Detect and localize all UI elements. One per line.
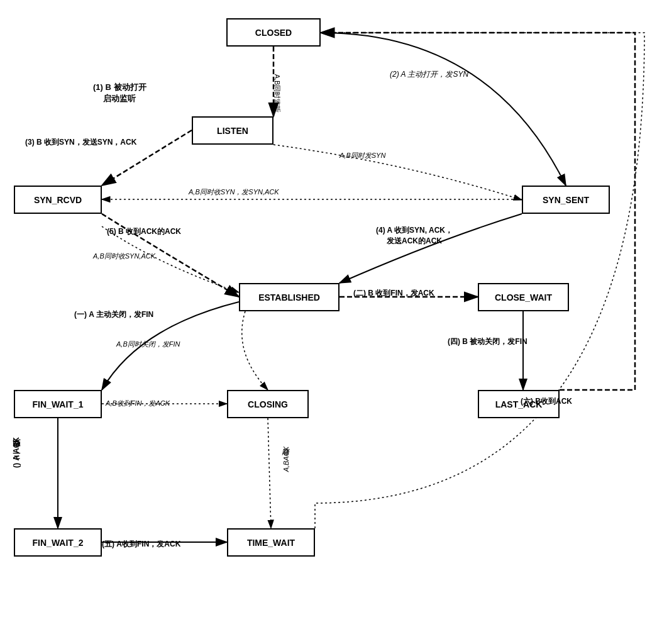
- state-listen: LISTEN: [192, 116, 273, 145]
- label-4: (4) A 收到SYN, ACK，发送ACK的ACK: [376, 225, 453, 247]
- state-closing: CLOSING: [227, 390, 309, 418]
- state-fin-wait-2: FIN_WAIT_2: [14, 528, 102, 557]
- label-er2: (二) B 收到FIN，发ACK: [353, 288, 434, 299]
- label-ab-syn-ack: A,B同时收SYN，发SYN,ACK: [189, 187, 279, 197]
- state-closed: CLOSED: [226, 18, 321, 47]
- state-fin-wait-1: FIN_WAIT_1: [14, 390, 102, 418]
- label-ab-ack: A,B收到ACK: [282, 447, 291, 472]
- state-syn-rcvd: SYN_RCVD: [14, 186, 102, 214]
- state-close-wait: CLOSE_WAIT: [478, 283, 569, 311]
- state-syn-sent: SYN_SENT: [522, 186, 610, 214]
- label-ab-listen: A,B同时监听: [272, 74, 281, 113]
- label-5: (5) B 收到ACK的ACK: [107, 226, 181, 237]
- label-er1: (一) A 主动关闭，发FIN: [74, 309, 153, 320]
- label-er5: (五) A收到FIN，发ACK: [102, 539, 180, 550]
- label-2: (2) A 主动打开，发SYN: [390, 69, 468, 80]
- tcp-state-diagram: CLOSED LISTEN SYN_RCVD SYN_SENT ESTABLIS…: [0, 0, 657, 644]
- label-ab-syn: A,B同时发SYN: [340, 151, 385, 160]
- label-ab-close-fin: A,B同时关闭，发FIN: [116, 340, 180, 349]
- state-time-wait: TIME_WAIT: [227, 528, 315, 557]
- svg-line-10: [268, 418, 271, 528]
- state-established: ESTABLISHED: [239, 283, 340, 311]
- label-ab-synack2: A,B同时收SYN,ACK: [93, 252, 155, 261]
- label-er3: (三) A 收到ACK: [11, 437, 22, 468]
- label-1: (1) B 被动打开启动监听: [93, 82, 146, 104]
- label-ab-fin-ack: A,B收到FIN，发ACK: [106, 399, 170, 408]
- label-er6: (六) B收到ACK: [521, 396, 572, 407]
- label-3: (3) B 收到SYN，发送SYN，ACK: [25, 137, 136, 148]
- label-er4: (四) B 被动关闭，发FIN: [448, 336, 527, 347]
